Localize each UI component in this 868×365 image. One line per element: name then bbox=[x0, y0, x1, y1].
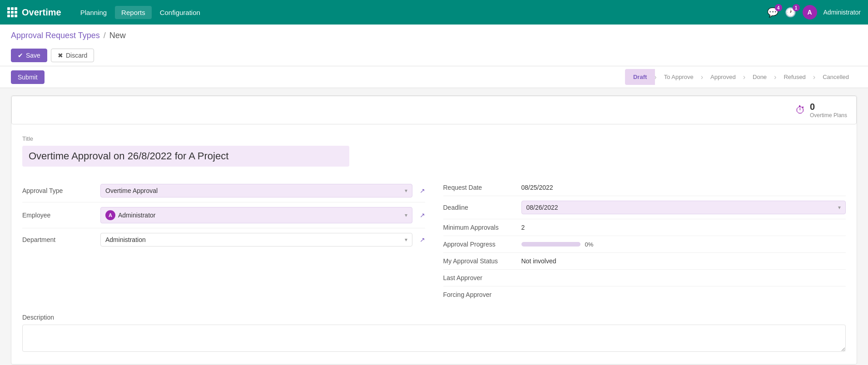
status-approved[interactable]: Approved bbox=[702, 69, 744, 85]
deadline-group: Deadline 08/26/2022 ▾ bbox=[443, 196, 846, 219]
grid-icon bbox=[7, 7, 17, 17]
avatar[interactable]: A bbox=[803, 5, 817, 20]
form-right: Request Date 08/25/2022 Deadline 08/26/2… bbox=[443, 179, 846, 303]
last-approver-label: Last Approver bbox=[443, 274, 516, 281]
forcing-approver-group: Forcing Approver bbox=[443, 286, 846, 303]
breadcrumb-separator: / bbox=[104, 31, 106, 40]
department-external-link-icon[interactable]: ↗ bbox=[420, 236, 425, 243]
description-input[interactable] bbox=[22, 325, 846, 352]
department-dropdown-arrow: ▾ bbox=[405, 237, 407, 243]
activity-badge: 1 bbox=[793, 4, 800, 11]
status-refused[interactable]: Refused bbox=[775, 69, 813, 85]
title-label: Title bbox=[22, 135, 846, 142]
nav-configuration[interactable]: Configuration bbox=[154, 6, 207, 19]
approval-type-external-link-icon[interactable]: ↗ bbox=[420, 187, 425, 194]
description-section: Description bbox=[22, 314, 846, 353]
app-name: Overtime bbox=[22, 7, 61, 18]
deadline-dropdown-arrow: ▾ bbox=[838, 204, 841, 211]
stat-label: Overtime Plans bbox=[810, 112, 847, 118]
discard-x-icon: ✖ bbox=[58, 52, 63, 59]
approval-progress-group: Approval Progress 0% bbox=[443, 236, 846, 253]
employee-group: Employee A Administrator ▾ ↗ bbox=[22, 202, 425, 228]
approval-type-control[interactable]: Overtime Approval ▾ bbox=[100, 184, 412, 197]
my-approval-status-value: Not involved bbox=[521, 257, 846, 265]
employee-external-link-icon[interactable]: ↗ bbox=[420, 212, 425, 219]
navbar: Overtime Planning Reports Configuration … bbox=[0, 0, 868, 25]
min-approvals-group: Minimum Approvals 2 bbox=[443, 219, 846, 236]
main-content: ⏱ 0 Overtime Plans Title Approval Type bbox=[0, 88, 868, 365]
page-header: Approval Request Types / New ✔ Save ✖ Di… bbox=[0, 25, 868, 66]
approval-type-label: Approval Type bbox=[22, 187, 95, 194]
my-approval-status-group: My Approval Status Not involved bbox=[443, 253, 846, 270]
status-to-approve[interactable]: To Approve bbox=[656, 69, 702, 85]
deadline-control[interactable]: 08/26/2022 ▾ bbox=[521, 201, 846, 214]
progress-bar-wrap: 0% bbox=[521, 241, 846, 248]
approval-type-group: Approval Type Overtime Approval ▾ ↗ bbox=[22, 179, 425, 202]
submit-status-bar: Submit Draft › To Approve › Approved › D… bbox=[0, 66, 868, 88]
min-approvals-value: 2 bbox=[521, 224, 846, 231]
save-check-icon: ✔ bbox=[18, 52, 23, 59]
status-done[interactable]: Done bbox=[744, 69, 775, 85]
navbar-right: 💬 4 🕐 1 A Administrator bbox=[767, 5, 861, 20]
save-button[interactable]: ✔ Save bbox=[11, 49, 47, 62]
main-nav: Planning Reports Configuration bbox=[74, 6, 207, 19]
employee-dropdown-arrow: ▾ bbox=[405, 212, 407, 218]
progress-percent: 0% bbox=[585, 241, 594, 248]
form-left: Approval Type Overtime Approval ▾ ↗ Empl… bbox=[22, 179, 425, 303]
messages-badge: 4 bbox=[775, 4, 782, 11]
approval-progress-label: Approval Progress bbox=[443, 241, 516, 248]
app-brand[interactable]: Overtime bbox=[7, 7, 61, 18]
form-body: Title Approval Type Overtime Approval ▾ … bbox=[11, 124, 857, 364]
request-date-label: Request Date bbox=[443, 184, 516, 191]
department-label: Department bbox=[22, 236, 95, 243]
stat-count: 0 bbox=[810, 102, 847, 112]
toolbar: ✔ Save ✖ Discard bbox=[11, 45, 857, 66]
description-label: Description bbox=[22, 314, 846, 321]
min-approvals-label: Minimum Approvals bbox=[443, 224, 516, 231]
nav-planning[interactable]: Planning bbox=[74, 6, 113, 19]
nav-reports[interactable]: Reports bbox=[115, 6, 152, 19]
overtime-clock-icon: ⏱ bbox=[795, 104, 805, 116]
overtime-plans-stat: ⏱ 0 Overtime Plans bbox=[795, 102, 847, 118]
submit-button[interactable]: Submit bbox=[11, 70, 45, 84]
title-input[interactable] bbox=[22, 146, 349, 167]
employee-avatar: A bbox=[105, 210, 115, 220]
approval-type-dropdown-arrow: ▾ bbox=[405, 187, 407, 194]
deadline-label: Deadline bbox=[443, 204, 516, 211]
activity-button[interactable]: 🕐 1 bbox=[785, 7, 796, 18]
last-approver-group: Last Approver bbox=[443, 270, 846, 286]
status-draft[interactable]: Draft bbox=[625, 69, 655, 85]
request-date-value: 08/25/2022 bbox=[521, 184, 846, 191]
status-steps: Draft › To Approve › Approved › Done › R… bbox=[625, 69, 857, 85]
my-approval-status-label: My Approval Status bbox=[443, 257, 516, 265]
stats-row: ⏱ 0 Overtime Plans bbox=[11, 96, 857, 124]
progress-bar-bg bbox=[521, 242, 580, 247]
breadcrumb-current: New bbox=[109, 31, 126, 40]
status-cancelled[interactable]: Cancelled bbox=[814, 69, 857, 85]
breadcrumb: Approval Request Types / New bbox=[11, 31, 857, 40]
forcing-approver-label: Forcing Approver bbox=[443, 291, 516, 298]
employee-control[interactable]: A Administrator ▾ bbox=[100, 207, 412, 223]
form-grid: Approval Type Overtime Approval ▾ ↗ Empl… bbox=[22, 179, 846, 303]
messages-button[interactable]: 💬 4 bbox=[767, 7, 779, 18]
discard-button[interactable]: ✖ Discard bbox=[51, 49, 94, 62]
admin-name: Administrator bbox=[823, 9, 861, 16]
employee-label: Employee bbox=[22, 212, 95, 219]
department-control[interactable]: Administration ▾ bbox=[100, 233, 412, 247]
form-card: ⏱ 0 Overtime Plans Title Approval Type bbox=[11, 95, 857, 365]
breadcrumb-parent[interactable]: Approval Request Types bbox=[11, 31, 100, 40]
request-date-group: Request Date 08/25/2022 bbox=[443, 179, 846, 196]
department-group: Department Administration ▾ ↗ bbox=[22, 228, 425, 251]
